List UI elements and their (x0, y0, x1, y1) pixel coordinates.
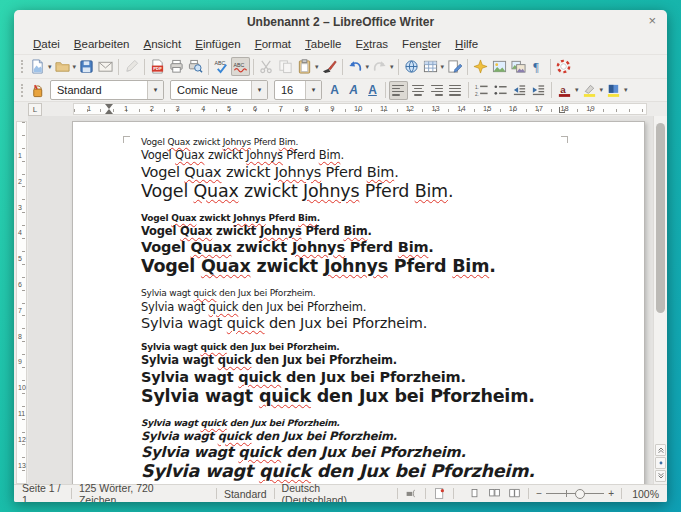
selection-mode-icon[interactable] (405, 487, 418, 500)
italic-button[interactable]: A (344, 81, 363, 100)
text-line[interactable]: Sylvia wagt quick den Jux bei Pforzheim. (141, 368, 604, 386)
text-line[interactable]: Sylvia wagt quick den Jux bei Pforzheim. (141, 386, 604, 408)
text-line[interactable]: Sylvia wagt quick den Jux bei Pforzheim. (141, 342, 604, 353)
paragraph-background-button[interactable] (604, 81, 623, 100)
undo-button[interactable] (346, 57, 365, 76)
document-area[interactable]: Vogel Quax zwickt Johnys Pferd Bim.Vogel… (28, 116, 653, 484)
titlebar[interactable]: Unbenannt 2 – LibreOffice Writer × (14, 10, 667, 33)
zoom-level[interactable]: 100% (629, 488, 659, 500)
send-email-button[interactable] (96, 57, 115, 76)
chevron-down-icon[interactable]: ▾ (251, 81, 267, 99)
insert-image-button[interactable] (490, 57, 509, 76)
scrollbar-thumb[interactable] (656, 123, 665, 313)
chevron-down-icon[interactable]: ▾ (575, 86, 579, 94)
page-style-status[interactable]: Standard (224, 488, 267, 500)
text-line[interactable]: Sylvia wagt quick den Jux bei Pforzheim. (141, 429, 604, 443)
multi-page-view-icon[interactable] (488, 487, 501, 500)
zoom-slider[interactable]: − + (536, 489, 614, 499)
chevron-down-icon[interactable]: ▾ (390, 63, 394, 71)
chevron-down-icon[interactable]: ▾ (624, 86, 628, 94)
text-line[interactable]: Vogel Quax zwickt Johnys Pferd Bim. (141, 256, 604, 278)
horizontal-ruler[interactable]: L 112345678910111213141516171819 (14, 101, 667, 116)
menu-tabelle[interactable]: Tabelle (298, 36, 348, 52)
font-name-combo[interactable]: Comic Neue ▾ (170, 80, 268, 100)
paste-button[interactable] (295, 57, 314, 76)
text-line[interactable]: Sylvia wagt quick den Jux bei Pforzheim. (141, 314, 604, 332)
align-right-button[interactable] (427, 81, 446, 100)
text-line[interactable]: Vogel Quax zwickt Johnys Pferd Bim. (141, 137, 604, 148)
insert-table-button[interactable] (421, 57, 440, 76)
insert-hyperlink-button[interactable] (402, 57, 421, 76)
align-center-button[interactable] (408, 81, 427, 100)
navigate-by-button[interactable] (655, 457, 666, 469)
chevron-down-icon[interactable]: ▾ (48, 63, 52, 71)
open-button[interactable] (53, 57, 72, 76)
next-page-button[interactable] (655, 470, 666, 482)
toolbar-drag-handle[interactable] (21, 84, 23, 97)
single-page-view-icon[interactable] (468, 487, 481, 500)
page-number-status[interactable]: Seite 1 / 1 (22, 482, 64, 503)
text-line[interactable]: Vogel Quax zwickt Johnys Pferd Bim. (141, 163, 604, 181)
text-line[interactable]: Vogel Quax zwickt Johnys Pferd Bim. (141, 148, 604, 162)
increase-indent-button[interactable] (529, 81, 548, 100)
decrease-indent-button[interactable] (510, 81, 529, 100)
export-pdf-button[interactable]: PDF (148, 57, 167, 76)
align-left-button[interactable] (389, 81, 408, 100)
menu-fenster[interactable]: Fenster (395, 36, 448, 52)
cut-button[interactable] (257, 57, 276, 76)
font-size-combo[interactable]: 16 ▾ (274, 80, 322, 100)
chevron-down-icon[interactable]: ▾ (305, 81, 321, 99)
previous-page-button[interactable] (655, 444, 666, 456)
spelling-button[interactable]: ABC (212, 57, 231, 76)
new-document-button[interactable] (28, 57, 47, 76)
book-view-icon[interactable] (508, 487, 521, 500)
chevron-down-icon[interactable]: ▾ (366, 63, 370, 71)
show-draw-functions-button[interactable] (445, 57, 464, 76)
chevron-down-icon[interactable]: ▾ (147, 81, 163, 99)
close-icon[interactable]: × (648, 13, 656, 28)
menu-datei[interactable]: Datei (26, 36, 67, 52)
highlight-color-button[interactable] (580, 81, 599, 100)
save-button[interactable] (77, 57, 96, 76)
menu-ansicht[interactable]: Ansicht (137, 36, 189, 52)
text-line[interactable]: Sylvia wagt quick den Jux bei Pforzheim. (141, 443, 604, 461)
bold-button[interactable]: A (325, 81, 344, 100)
left-indent-marker[interactable] (105, 105, 113, 114)
menu-extras[interactable]: Extras (349, 36, 396, 52)
gallery-button[interactable] (509, 57, 528, 76)
zoom-out-icon[interactable]: − (536, 489, 542, 499)
font-size-value[interactable]: 16 (275, 81, 305, 99)
text-line[interactable]: Vogel Quax zwickt Johnys Pferd Bim. (141, 213, 604, 224)
print-button[interactable] (167, 57, 186, 76)
zoom-slider-thumb[interactable] (575, 489, 585, 499)
vertical-scrollbar[interactable] (653, 116, 667, 484)
text-line[interactable]: Sylvia wagt quick den Jux bei Pforzheim. (141, 300, 604, 314)
text-line[interactable]: Sylvia wagt quick den Jux bei Pforzheim. (141, 461, 604, 483)
text-line[interactable]: Vogel Quax zwickt Johnys Pferd Bim. (141, 224, 604, 238)
menu-einfgen[interactable]: Einfügen (188, 36, 247, 52)
menu-bearbeiten[interactable]: Bearbeiten (67, 36, 137, 52)
underline-button[interactable]: A (363, 81, 382, 100)
document-page[interactable]: Vogel Quax zwickt Johnys Pferd Bim.Vogel… (72, 121, 645, 484)
menu-hilfe[interactable]: Hilfe (448, 36, 485, 52)
redo-button[interactable] (370, 57, 389, 76)
tab-stop-type-selector[interactable]: L (28, 103, 42, 116)
chevron-down-icon[interactable]: ▾ (73, 63, 77, 71)
paragraph-style-value[interactable]: Standard (51, 81, 147, 99)
auto-spellcheck-button[interactable]: ABC (231, 57, 250, 76)
navigator-button[interactable] (471, 57, 490, 76)
toolbar-drag-handle[interactable] (21, 60, 23, 73)
language-status[interactable]: Deutsch (Deutschland) (282, 482, 377, 503)
text-line[interactable]: Sylvia wagt quick den Jux bei Pforzheim. (141, 353, 604, 367)
copy-button[interactable] (276, 57, 295, 76)
paragraph-style-combo[interactable]: Standard ▾ (50, 80, 164, 100)
word-count-status[interactable]: 125 Wörter, 720 Zeichen (79, 482, 181, 503)
help-button[interactable] (554, 57, 573, 76)
text-line[interactable]: Sylvia wagt quick den Jux bei Pforzheim. (141, 418, 604, 429)
align-justify-button[interactable] (446, 81, 465, 100)
vertical-ruler[interactable]: 12345678910111213 (14, 116, 28, 484)
fill-format-mode-button[interactable] (28, 81, 47, 100)
chevron-down-icon[interactable]: ▾ (441, 63, 445, 71)
document-content[interactable]: Vogel Quax zwickt Johnys Pferd Bim.Vogel… (141, 137, 604, 484)
text-line[interactable]: Vogel Quax zwickt Johnys Pferd Bim. (141, 181, 604, 203)
